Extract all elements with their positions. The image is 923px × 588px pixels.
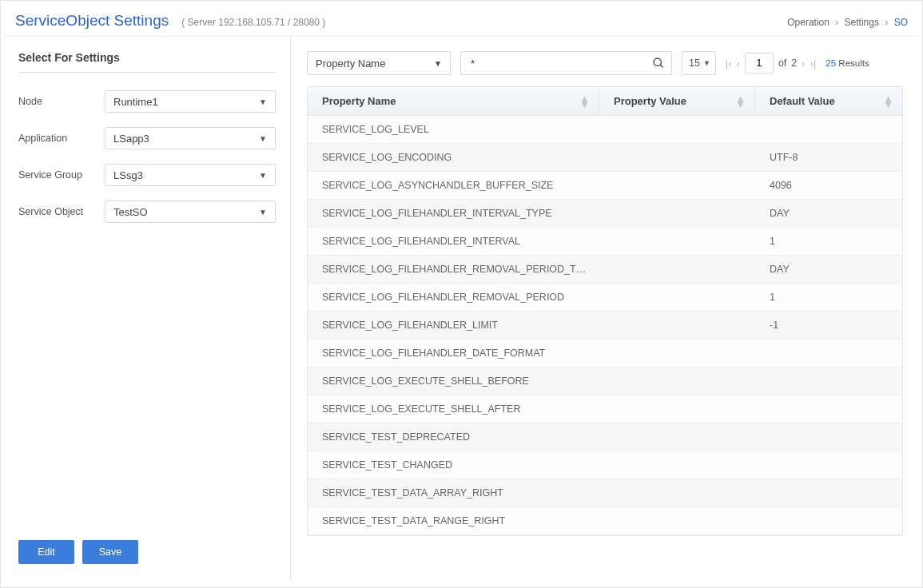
filter-field-value: Property Name [316, 58, 385, 70]
search-box [460, 51, 672, 75]
cell-property-name: SERVICE_TEST_CHANGED [308, 459, 599, 471]
cell-property-name: SERVICE_LOG_LEVEL [308, 124, 599, 135]
main: Property Name ▼ 15 ▼ |‹ ‹ of 2 › [291, 37, 919, 582]
last-page-icon[interactable]: ›| [810, 58, 817, 70]
table-row[interactable]: SERVICE_LOG_FILEHANDLER_INTERVAL1 [308, 228, 902, 256]
table-row[interactable]: SERVICE_LOG_FILEHANDLER_DATE_FORMAT [308, 340, 902, 368]
servicegroup-select-value: LSsg3 [113, 169, 143, 181]
application-select[interactable]: LSapp3 ▼ [105, 127, 276, 149]
breadcrumb-l3[interactable]: SO [894, 17, 908, 28]
serviceobject-label: Service Object [18, 206, 105, 217]
table-row[interactable]: SERVICE_LOG_ENCODINGUTF-8 [308, 144, 902, 172]
cell-default-value: DAY [755, 208, 902, 219]
table-row[interactable]: SERVICE_LOG_LEVEL [308, 116, 902, 144]
page-title: ServiceObject Settings [15, 12, 169, 30]
results-count: 25 [826, 58, 836, 68]
chevron-down-icon: ▼ [259, 208, 267, 217]
chevron-down-icon: ▼ [259, 171, 267, 180]
svg-line-1 [660, 65, 662, 67]
table-row[interactable]: SERVICE_LOG_FILEHANDLER_INTERVAL_TYPEDAY [308, 200, 902, 228]
table-row[interactable]: SERVICE_TEST_DATA_ARRAY_RIGHT [308, 479, 902, 507]
chevron-down-icon: ▼ [434, 59, 442, 68]
sort-icon: ▴▾ [582, 96, 587, 107]
sort-icon: ▴▾ [738, 96, 743, 107]
servicegroup-select[interactable]: LSsg3 ▼ [105, 164, 276, 186]
table-body: SERVICE_LOG_LEVELSERVICE_LOG_ENCODINGUTF… [308, 116, 902, 535]
sidebar-title: Select For Settings [18, 51, 276, 73]
cell-property-name: SERVICE_LOG_ENCODING [308, 152, 599, 163]
pager: |‹ ‹ of 2 › ›| [726, 53, 817, 74]
cell-default-value: DAY [755, 264, 902, 275]
col-header-name[interactable]: Property Name ▴▾ [308, 87, 599, 115]
results-summary: 25 Results [826, 58, 869, 68]
current-page-input[interactable] [745, 53, 774, 74]
breadcrumb: Operation › Settings › SO [787, 17, 908, 28]
cell-property-name: SERVICE_LOG_FILEHANDLER_REMOVAL_PERIOD_T… [308, 264, 599, 275]
node-select-value: Runtime1 [113, 96, 158, 108]
results-label: Results [838, 58, 869, 68]
cell-default-value: 1 [755, 236, 902, 247]
cell-property-name: SERVICE_LOG_FILEHANDLER_DATE_FORMAT [308, 348, 599, 359]
sort-icon: ▴▾ [885, 96, 891, 107]
cell-default-value: UTF-8 [755, 152, 902, 163]
edit-button[interactable]: Edit [18, 540, 74, 564]
chevron-right-icon: › [885, 17, 888, 28]
table-row[interactable]: SERVICE_TEST_DATA_RANGE_RIGHT [308, 507, 902, 535]
table-header: Property Name ▴▾ Property Value ▴▾ Defau… [308, 87, 902, 116]
servicegroup-label: Service Group [18, 169, 105, 181]
table-row[interactable]: SERVICE_LOG_FILEHANDLER_REMOVAL_PERIOD1 [308, 284, 902, 312]
filter-field-select[interactable]: Property Name ▼ [307, 51, 451, 75]
page-of-label: of [778, 58, 786, 69]
serviceobject-select-value: TestSO [113, 206, 148, 218]
chevron-down-icon: ▼ [703, 59, 710, 67]
col-header-value[interactable]: Property Value ▴▾ [599, 87, 755, 115]
properties-table: Property Name ▴▾ Property Value ▴▾ Defau… [307, 86, 903, 536]
cell-property-name: SERVICE_LOG_EXECUTE_SHELL_BEFORE [308, 375, 599, 387]
svg-point-0 [654, 58, 661, 66]
prev-page-icon[interactable]: ‹ [737, 58, 740, 70]
table-row[interactable]: SERVICE_LOG_FILEHANDLER_REMOVAL_PERIOD_T… [308, 256, 902, 284]
table-row[interactable]: SERVICE_LOG_EXECUTE_SHELL_AFTER [308, 395, 902, 423]
chevron-down-icon: ▼ [259, 97, 267, 106]
cell-property-name: SERVICE_LOG_FILEHANDLER_INTERVAL [308, 236, 599, 247]
page-size-select[interactable]: 15 ▼ [682, 51, 716, 75]
next-page-icon[interactable]: › [802, 58, 805, 70]
cell-default-value: 4096 [755, 180, 902, 191]
application-select-value: LSapp3 [113, 133, 149, 145]
table-row[interactable]: SERVICE_LOG_ASYNCHANDLER_BUFFER_SIZE4096 [308, 172, 902, 200]
cell-property-name: SERVICE_LOG_EXECUTE_SHELL_AFTER [308, 403, 599, 415]
page-size-value: 15 [689, 58, 700, 69]
cell-property-name: SERVICE_LOG_FILEHANDLER_LIMIT [308, 320, 599, 331]
cell-property-name: SERVICE_LOG_ASYNCHANDLER_BUFFER_SIZE [308, 180, 599, 191]
serviceobject-select[interactable]: TestSO ▼ [105, 201, 276, 223]
node-select[interactable]: Runtime1 ▼ [105, 90, 276, 113]
server-info: ( Server 192.168.105.71 / 28080 ) [181, 17, 325, 28]
cell-property-name: SERVICE_TEST_DATA_RANGE_RIGHT [308, 515, 599, 526]
total-pages: 2 [791, 58, 797, 69]
cell-property-name: SERVICE_TEST_DATA_ARRAY_RIGHT [308, 487, 599, 499]
sidebar: Select For Settings Node Runtime1 ▼ Appl… [4, 37, 291, 582]
cell-default-value: -1 [755, 320, 902, 331]
table-row[interactable]: SERVICE_TEST_DEPRECATED [308, 423, 902, 451]
search-icon[interactable] [652, 57, 665, 70]
cell-default-value: 1 [755, 292, 902, 303]
application-label: Application [18, 133, 105, 144]
breadcrumb-l2[interactable]: Settings [845, 17, 879, 28]
breadcrumb-l1[interactable]: Operation [787, 17, 830, 28]
header: ServiceObject Settings ( Server 192.168.… [4, 4, 919, 37]
node-label: Node [18, 96, 105, 107]
cell-property-name: SERVICE_LOG_FILEHANDLER_INTERVAL_TYPE [308, 208, 599, 219]
table-row[interactable]: SERVICE_LOG_FILEHANDLER_LIMIT-1 [308, 312, 902, 340]
cell-property-name: SERVICE_TEST_DEPRECATED [308, 431, 599, 443]
chevron-down-icon: ▼ [259, 134, 267, 143]
save-button[interactable]: Save [82, 540, 138, 564]
table-row[interactable]: SERVICE_LOG_EXECUTE_SHELL_BEFORE [308, 368, 902, 395]
search-input[interactable] [469, 57, 652, 70]
chevron-right-icon: › [835, 17, 838, 28]
table-row[interactable]: SERVICE_TEST_CHANGED [308, 451, 902, 479]
first-page-icon[interactable]: |‹ [726, 58, 732, 70]
cell-property-name: SERVICE_LOG_FILEHANDLER_REMOVAL_PERIOD [308, 292, 599, 303]
col-header-default[interactable]: Default Value ▴▾ [755, 87, 902, 115]
toolbar: Property Name ▼ 15 ▼ |‹ ‹ of 2 › [307, 51, 903, 75]
